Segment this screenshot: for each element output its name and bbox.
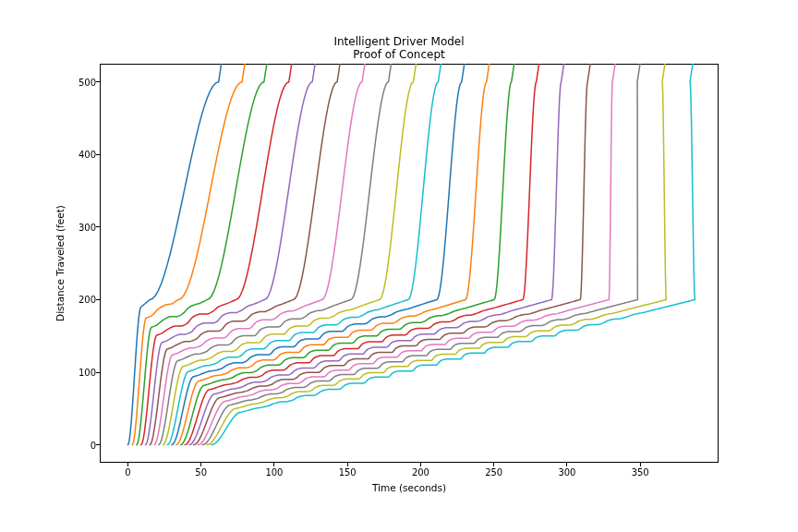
x-tick-mark (127, 463, 128, 466)
chart-title: Intelligent Driver Model Proof of Concep… (0, 35, 798, 61)
trajectory-line (189, 53, 565, 444)
chart-title-line1: Intelligent Driver Model (0, 35, 798, 48)
y-tick-mark (96, 372, 100, 373)
x-tick-label: 350 (632, 467, 649, 478)
x-tick-label: 100 (265, 467, 283, 478)
x-tick-mark (493, 463, 494, 466)
trajectory-line (194, 53, 592, 444)
chart-title-line2: Proof of Concept (0, 48, 798, 61)
plot-area (100, 64, 719, 463)
trajectory-line (207, 53, 667, 444)
x-tick-mark (566, 463, 567, 466)
trajectory-line (159, 53, 393, 444)
x-tick-mark (200, 463, 201, 466)
y-tick-mark (96, 444, 100, 445)
y-tick-label: 500 (59, 77, 96, 87)
y-tick-label: 100 (59, 368, 96, 378)
x-tick-mark (640, 463, 641, 466)
x-tick-label: 200 (412, 467, 429, 478)
y-tick-label: 300 (59, 222, 96, 232)
x-tick-label: 150 (339, 467, 357, 478)
trajectory-line (127, 53, 223, 444)
y-tick-label: 200 (59, 295, 96, 305)
x-tick-label: 300 (558, 467, 575, 478)
trajectory-line (212, 53, 695, 444)
x-tick-label: 0 (125, 467, 130, 478)
x-tick-label: 250 (485, 467, 502, 478)
trajectory-line (180, 53, 515, 444)
trajectory-line (141, 53, 294, 444)
y-tick-label: 0 (59, 440, 96, 450)
y-tick-label: 400 (59, 150, 96, 160)
x-tick-mark (347, 463, 348, 466)
y-tick-mark (96, 81, 100, 82)
x-tick-label: 50 (195, 467, 207, 478)
y-tick-mark (96, 154, 100, 155)
y-axis-label: Distance Traveled (feet) (54, 64, 66, 463)
y-tick-mark (96, 299, 100, 300)
x-tick-mark (420, 463, 421, 466)
y-tick-mark (96, 226, 100, 227)
x-axis-label: Time (seconds) (100, 482, 719, 493)
figure: { "chart_data": { "type": "line", "title… (0, 0, 798, 532)
trajectory-line (167, 53, 442, 444)
trajectory-line (150, 53, 342, 444)
x-tick-mark (273, 463, 274, 466)
